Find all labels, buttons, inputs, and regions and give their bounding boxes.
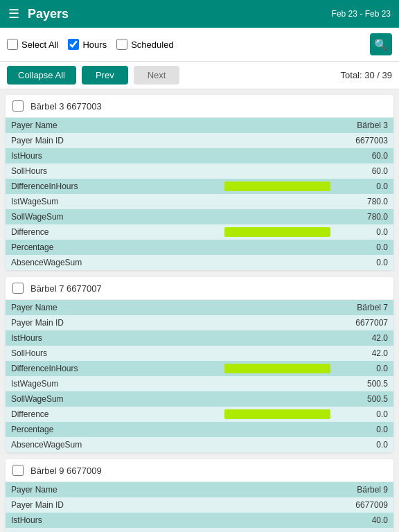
row-value: 500.5 [219,376,393,391]
row-value: 0.0 [219,255,393,270]
table-row: AbsenceWageSum0.0 [6,255,393,270]
row-label: AbsenceWageSum [6,255,219,270]
table-row: Payer Main ID6677003 [6,133,393,148]
payer-header-text: Bärbel 3 6677003 [30,101,102,112]
row-label: AbsenceWageSum [6,437,219,452]
total-label: Total: 30 / 39 [341,70,392,80]
row-label: IstHours [6,148,219,163]
payer-select-checkbox[interactable] [12,100,24,112]
table-row: Percentage0.0 [6,240,393,255]
search-button[interactable]: 🔍 [370,33,392,55]
row-value: 6677003 [219,133,393,148]
row-label: Percentage [6,422,219,437]
table-row: SollHours60.0 [6,163,393,179]
app-header: ☰ Payers Feb 23 - Feb 23 [0,0,399,28]
row-label: SollWageSum [6,209,219,224]
table-row: SollWageSum780.0 [6,209,393,224]
table-row: IstWageSum500.5 [6,376,393,391]
table-row: IstHours40.0 [6,513,393,528]
row-value: 780.0 [219,194,393,209]
row-label: IstHours [6,513,219,528]
search-icon: 🔍 [374,38,388,51]
row-label: Payer Main ID [6,497,219,513]
payer-select-checkbox[interactable] [12,283,24,294]
date-range: Feb 23 - Feb 23 [332,9,391,19]
row-value: 0.0 [219,224,393,240]
hours-label[interactable]: Hours [68,39,107,50]
next-button[interactable]: Next [134,66,180,85]
page-title: Payers [28,7,332,21]
table-row: DifferenceInHours0.0 [6,179,393,194]
payer-card: Bärbel 9 6677009Payer NameBärbel 9Payer … [6,459,393,532]
payer-table: Payer NameBärbel 7Payer Main ID6677007Is… [6,300,393,452]
table-row: Payer NameBärbel 9 [6,482,393,497]
payer-table: Payer NameBärbel 3Payer Main ID6677003Is… [6,118,393,270]
row-label: SollHours [6,528,219,532]
row-label: Payer Main ID [6,315,219,330]
scheduled-label[interactable]: Scheduled [116,39,173,50]
row-value: 60.0 [219,148,393,163]
menu-icon[interactable]: ☰ [8,6,19,21]
row-value: 500.5 [219,391,393,407]
row-value: 0.0 [219,422,393,437]
payer-card-header: Bärbel 9 6677009 [6,459,393,482]
row-value: 0.0 [219,361,393,376]
row-value: 780.0 [219,209,393,224]
row-label: SollHours [6,163,219,179]
toolbar: Select All Hours Scheduled 🔍 [0,28,399,62]
table-row: IstWageSum780.0 [6,194,393,209]
row-value: 6677009 [219,497,393,513]
table-row: Payer NameBärbel 7 [6,300,393,315]
row-value: 0.0 [219,437,393,452]
payer-card-header: Bärbel 3 6677003 [6,95,393,118]
row-label: IstWageSum [6,376,219,391]
action-bar: Collapse All Prev Next Total: 30 / 39 [0,62,399,89]
payer-table: Payer NameBärbel 9Payer Main ID6677009Is… [6,482,393,532]
row-label: Payer Name [6,300,219,315]
row-value: Bärbel 7 [219,300,393,315]
hours-text: Hours [82,39,107,50]
prev-button[interactable]: Prev [82,66,128,85]
row-value: 6677007 [219,315,393,330]
table-row: IstHours60.0 [6,148,393,163]
table-row: SollHours40.0 [6,528,393,532]
row-label: Difference [6,407,219,422]
payer-card: Bärbel 7 6677007Payer NameBärbel 7Payer … [6,277,393,452]
row-value: 42.0 [219,346,393,361]
row-value: 40.0 [219,513,393,528]
table-row: Payer NameBärbel 3 [6,118,393,133]
row-label: DifferenceInHours [6,361,219,376]
payer-card-header: Bärbel 7 6677007 [6,277,393,300]
payer-header-text: Bärbel 7 6677007 [30,283,102,294]
row-value: 0.0 [219,407,393,422]
row-label: DifferenceInHours [6,179,219,194]
table-row: Payer Main ID6677009 [6,497,393,513]
payers-content: Bärbel 3 6677003Payer NameBärbel 3Payer … [0,89,399,532]
table-row: Payer Main ID6677007 [6,315,393,330]
row-label: Payer Name [6,482,219,497]
row-label: Payer Name [6,118,219,133]
select-all-text: Select All [21,39,58,50]
payer-card: Bärbel 3 6677003Payer NameBärbel 3Payer … [6,95,393,270]
hours-checkbox[interactable] [68,39,79,50]
row-label: SollWageSum [6,391,219,407]
table-row: AbsenceWageSum0.0 [6,437,393,452]
collapse-all-button[interactable]: Collapse All [7,66,76,85]
row-value: 40.0 [219,528,393,532]
table-row: SollWageSum500.5 [6,391,393,407]
payer-select-checkbox[interactable] [12,465,24,476]
table-row: Difference0.0 [6,407,393,422]
row-label: Percentage [6,240,219,255]
row-label: Payer Main ID [6,133,219,148]
row-value: 60.0 [219,163,393,179]
table-row: IstHours42.0 [6,330,393,346]
table-row: SollHours42.0 [6,346,393,361]
table-row: Difference0.0 [6,224,393,240]
scheduled-checkbox[interactable] [116,39,127,50]
row-value: 0.0 [219,179,393,194]
row-label: IstHours [6,330,219,346]
row-label: IstWageSum [6,194,219,209]
row-value: 0.0 [219,240,393,255]
select-all-checkbox[interactable] [7,39,18,50]
select-all-label[interactable]: Select All [7,39,58,50]
